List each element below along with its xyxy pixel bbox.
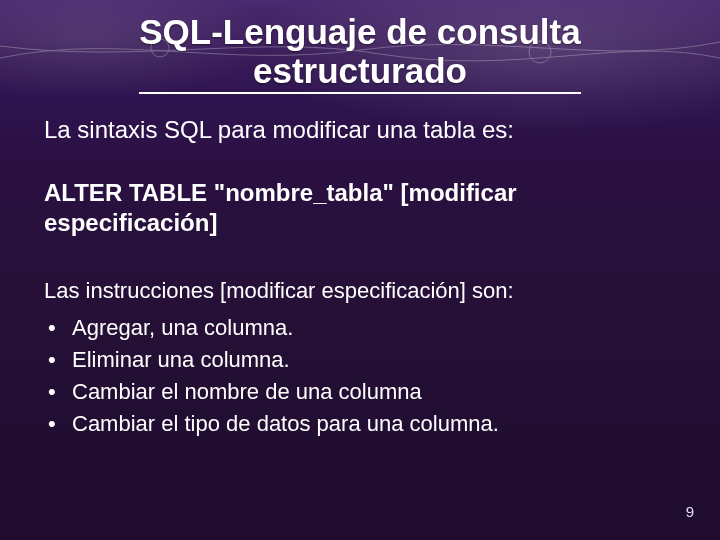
list-intro-text: Las instrucciones [modificar especificac… bbox=[44, 278, 676, 304]
page-number: 9 bbox=[686, 503, 694, 520]
list-item: Agregar, una columna. bbox=[44, 312, 676, 344]
slide-title: SQL-Lenguaje de consulta estructurado bbox=[139, 12, 580, 94]
syntax-text: ALTER TABLE "nombre_tabla" [modificar es… bbox=[44, 178, 676, 238]
title-line-1: SQL-Lenguaje de consulta bbox=[139, 12, 580, 51]
bullet-list: Agregar, una columna. Eliminar una colum… bbox=[44, 312, 676, 440]
list-item: Cambiar el tipo de datos para una column… bbox=[44, 408, 676, 440]
list-item: Eliminar una columna. bbox=[44, 344, 676, 376]
slide: SQL-Lenguaje de consulta estructurado La… bbox=[0, 0, 720, 540]
slide-title-block: SQL-Lenguaje de consulta estructurado bbox=[0, 12, 720, 94]
intro-text: La sintaxis SQL para modificar una tabla… bbox=[44, 116, 676, 144]
title-line-2: estructurado bbox=[253, 51, 467, 90]
list-item: Cambiar el nombre de una columna bbox=[44, 376, 676, 408]
slide-content: La sintaxis SQL para modificar una tabla… bbox=[44, 116, 676, 440]
